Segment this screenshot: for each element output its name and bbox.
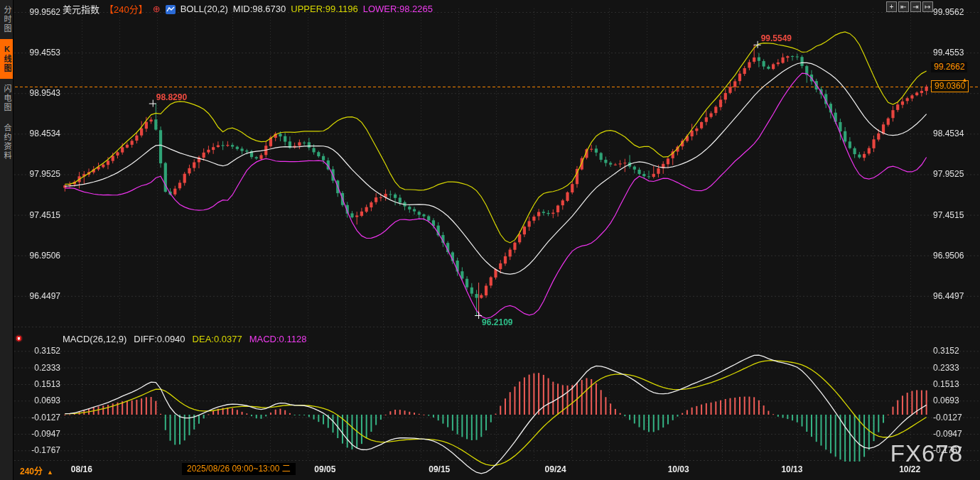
- axis-tick-label: -0.0947: [933, 429, 977, 439]
- axis-tick-label: -0.1767: [21, 445, 60, 455]
- bar-time-tooltip: 2025/08/26 09:00~13:00 二: [182, 463, 296, 475]
- axis-tick-label: 0.2333: [21, 363, 60, 373]
- price-up-arrow-icon: ▲: [962, 75, 967, 85]
- axis-tick-label: 97.9525: [933, 169, 977, 179]
- axis-tick-label: 98.4534: [933, 129, 977, 138]
- axis-tick-label: 99.4553: [933, 48, 977, 58]
- macd-pane-marker-icon[interactable]: [15, 334, 23, 342]
- axis-tick-label: -0.0127: [933, 413, 977, 422]
- sidebar: 分时图K线图闪电图合约资料: [0, 0, 14, 480]
- boll-upper-value: UPPER:99.1196: [291, 4, 357, 14]
- axis-tick-label: 0.1513: [933, 379, 977, 389]
- axis-tick-label: -0.0127: [21, 413, 60, 422]
- macd-diff-value: DIFF:0.0940: [134, 334, 185, 344]
- axis-tick-label: 99.4553: [21, 48, 60, 58]
- boll-label: BOLL(20,2): [181, 4, 228, 14]
- x-axis-bar: 240分▲ 2025/08/26 09:00~13:00 二 08/1609/0…: [0, 462, 980, 480]
- sidebar-tab-分时图[interactable]: 分时图: [0, 0, 13, 39]
- x-axis-date-10/03: 10/03: [668, 464, 689, 474]
- macd-header: MACD(26,12,9) DIFF:0.0940 DEA:0.0377 MAC…: [63, 334, 306, 344]
- axis-tick-label: 99.9562: [21, 7, 60, 17]
- trading-chart-app: 分时图K线图闪电图合约资料 美元指数 【240分】 ⊕ BOLL(20,2) M…: [0, 0, 980, 480]
- axis-tick-label: -0.0947: [21, 429, 60, 439]
- axis-tick-label: 0.0693: [933, 396, 977, 405]
- macd-dea-value: DEA:0.0377: [193, 334, 242, 344]
- add-indicator-icon[interactable]: ⊕: [153, 4, 161, 14]
- axis-tick-label: 97.9525: [21, 169, 60, 179]
- boll-lower-value: LOWER:98.2265: [363, 4, 433, 14]
- pan-right-button[interactable]: ↦: [922, 1, 933, 12]
- axis-tick-label: 98.9543: [21, 88, 60, 98]
- sidebar-tab-合约资料[interactable]: 合约资料: [0, 118, 13, 166]
- period-tag: 【240分】: [104, 2, 148, 16]
- axis-tick-label: 0.0693: [21, 396, 60, 405]
- zoom-out-button[interactable]: ⇤: [898, 1, 909, 12]
- chart-canvas[interactable]: [0, 0, 980, 480]
- price-mark-high: 99.5549: [761, 33, 792, 43]
- current-price-value: 99.0360: [935, 81, 965, 91]
- axis-tick-label: 96.4497: [21, 291, 60, 301]
- x-axis-date-09/24: 09/24: [545, 464, 566, 474]
- x-axis-date-09/15: 09/15: [429, 464, 450, 474]
- axis-tick-label: 98.4534: [21, 129, 60, 138]
- axis-tick-label: 0.1513: [21, 379, 60, 389]
- price-mark-high: 98.8290: [156, 92, 187, 102]
- axis-tick-label: 96.9506: [933, 251, 977, 261]
- axis-tick-label: 99.9562: [933, 7, 977, 17]
- period-selector-label: 240分: [20, 467, 43, 476]
- axis-tick-label: 96.9506: [21, 251, 60, 261]
- price-mark-low: 96.2109: [482, 317, 512, 327]
- chart-toolbar: +⇤⇥↦: [886, 1, 933, 12]
- indicator-chart-icon: [166, 5, 176, 14]
- boll-mid-value: MID:98.6730: [233, 4, 286, 14]
- axis-tick-label: 97.4515: [933, 210, 977, 220]
- macd-label: MACD(26,12,9): [63, 334, 126, 344]
- crosshair-tool-button[interactable]: +: [886, 1, 897, 12]
- axis-tick-label: 0.2333: [933, 363, 977, 373]
- symbol-title: 美元指数: [63, 2, 99, 16]
- watermark: FX678: [890, 440, 963, 467]
- x-axis-date-10/13: 10/13: [781, 464, 802, 474]
- sidebar-tab-K线图[interactable]: K线图: [0, 39, 13, 79]
- zoom-in-button[interactable]: ⇥: [910, 1, 921, 12]
- x-axis-date-08/16: 08/16: [71, 464, 92, 474]
- x-axis-date-09/05: 09/05: [314, 464, 335, 474]
- period-dropdown-icon: ▲: [47, 469, 53, 476]
- alert-price-label: 99.2662: [931, 62, 967, 72]
- axis-tick-label: 97.4515: [21, 210, 60, 220]
- axis-tick-label: 0.3152: [933, 346, 977, 356]
- chart-header: 美元指数 【240分】 ⊕ BOLL(20,2) MID:98.6730 UPP…: [63, 2, 433, 16]
- current-price-label: 99.0360 ▲: [931, 80, 969, 92]
- axis-tick-label: 0.3152: [21, 346, 60, 356]
- macd-macd-value: MACD:0.1128: [249, 334, 307, 344]
- axis-tick-label: 96.4497: [933, 291, 977, 301]
- period-selector[interactable]: 240分▲: [20, 464, 53, 476]
- alert-price-value: 99.2662: [934, 62, 964, 72]
- sidebar-tab-闪电图[interactable]: 闪电图: [0, 79, 13, 118]
